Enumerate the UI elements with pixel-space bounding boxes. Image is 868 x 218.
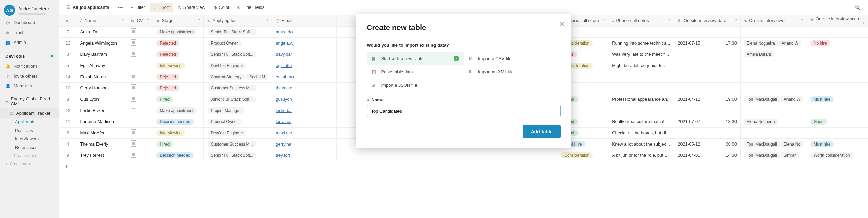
search-button[interactable]: 🔍 [851, 3, 864, 12]
header-onsite-interviewer[interactable]: ⟲On-site interviewer▾ [740, 15, 807, 26]
color-button[interactable]: ◑Color [210, 3, 233, 12]
header-cv[interactable]: 🗎CV▾ [127, 15, 153, 26]
onsite-score-badge: Must hire [810, 96, 834, 102]
nav-trash-label: Trash [14, 30, 25, 35]
create-new-link[interactable]: +Create new [0, 160, 59, 168]
cv-file-icon[interactable] [131, 84, 136, 90]
cv-file-icon[interactable] [131, 96, 136, 102]
option-start-new[interactable]: ▦ Start with a new table ✓ [367, 52, 464, 65]
create-table-link[interactable]: +Create table [0, 152, 59, 160]
share-label: Share view [183, 5, 205, 10]
plus-icon: + [10, 154, 12, 158]
tracker-item[interactable]: ▤Applicant Tracker [0, 108, 59, 118]
table-name-input[interactable] [367, 105, 561, 117]
option-import-csv[interactable]: 🗎 Import a CSV file [464, 52, 561, 65]
header-applying[interactable]: ⟲Applying for▾ [204, 15, 272, 26]
stage-badge: Hired [156, 141, 173, 147]
clipboard-icon: 📋 [371, 69, 377, 74]
share-view-button[interactable]: ⇱Share view [175, 3, 209, 12]
email-link[interactable]: amira.da [276, 29, 293, 34]
cv-file-icon[interactable] [131, 140, 136, 147]
nav-invite[interactable]: ⇪Invite others [0, 71, 59, 81]
cv-file-icon[interactable] [131, 51, 136, 57]
create-table-label: Create table [14, 153, 36, 158]
cv-file-icon[interactable] [131, 107, 136, 113]
nav-notifications[interactable]: 🔔Notifications [0, 61, 59, 71]
add-row-button[interactable]: + [59, 161, 868, 171]
add-table-button[interactable]: Add table [523, 125, 561, 138]
cv-file-icon[interactable] [131, 129, 136, 135]
chevron-down-icon: ▾ [801, 18, 803, 21]
header-email[interactable]: @Email [272, 15, 337, 26]
stage-badge: Rejected [156, 51, 179, 57]
section-devtools[interactable]: DevTools [0, 51, 59, 61]
table-link-positions[interactable]: Positions [0, 126, 59, 135]
email-link[interactable]: lorraine. [276, 119, 291, 124]
email-link[interactable]: trey.forr [276, 153, 290, 158]
header-rownum[interactable]: ⩧ [59, 15, 76, 26]
option-paste-label: Paste table data [381, 69, 413, 74]
close-button[interactable]: ✕ [560, 20, 565, 28]
cv-file-icon[interactable] [131, 152, 136, 158]
table-link-interviewers[interactable]: Interviewers [0, 135, 59, 143]
nav-admin[interactable]: 👥Admin [0, 37, 59, 47]
email-link[interactable]: davy.bar [276, 52, 292, 57]
cv-file-icon[interactable] [131, 118, 136, 124]
cv-file-icon[interactable] [131, 73, 136, 79]
email-link[interactable]: erikah.no [276, 74, 294, 79]
email-link[interactable]: gus.lyon [276, 97, 292, 102]
user-menu[interactable]: AG Andre Grueter [0, 3, 59, 18]
modal-title: Create new table [367, 23, 561, 32]
interviewer-chip: Elena Nogueira [744, 40, 778, 46]
file-icon: 🗎 [371, 83, 377, 88]
email-link[interactable]: gerry.ha [276, 141, 291, 147]
workspace-item[interactable]: ≡Energy Global Feed-CMI [0, 94, 59, 108]
view-options-button[interactable]: ••• [114, 3, 127, 12]
main: ☰All job applicants ••• ▾Filter ↕1 Sort … [59, 0, 868, 218]
nav-dashboard[interactable]: ◔Dashboard [0, 18, 59, 28]
sort-button[interactable]: ↕1 Sort [150, 3, 173, 12]
email-link[interactable]: angela.w [276, 40, 293, 46]
nav-members[interactable]: 👤Members [0, 81, 59, 91]
applying-badge: Customer Success M... [207, 141, 256, 147]
applying-badge: Product Owner [207, 119, 241, 125]
view-selector[interactable]: ☰All job applicants [64, 3, 113, 12]
stage-badge: Make appointment [156, 29, 197, 35]
calendar-icon: 🗓 [678, 19, 681, 23]
header-phone-notes[interactable]: ≡Phone call notes▾ [608, 15, 674, 26]
header-stage[interactable]: ◉Stage▾ [153, 15, 204, 26]
chevron-down-icon: ▾ [863, 21, 864, 25]
option-import-xml[interactable]: 🗎 Import an XML file [464, 65, 561, 79]
header-onsite-score[interactable]: ◉On-site interview score▾ [807, 15, 868, 26]
cv-file-icon[interactable] [131, 28, 136, 34]
option-import-json[interactable]: 🗎 Import a JSON file [367, 79, 464, 92]
hide-fields-button[interactable]: ⦸Hide Fields [234, 3, 268, 12]
name-field-label: AName [367, 97, 561, 102]
table-row[interactable]: 9Trey ForrestDecision neededSenior Full … [59, 150, 868, 161]
eye-off-icon: ⦸ [237, 5, 240, 10]
toolbar: ☰All job applicants ••• ▾Filter ↕1 Sort … [59, 0, 868, 15]
filter-button[interactable]: ▾Filter [128, 3, 148, 12]
stage-badge: Decision needed [156, 152, 193, 158]
select-icon: ◉ [810, 17, 814, 21]
sidebar: AG Andre Grueter ◔Dashboard 🗑Trash 👥Admi… [0, 0, 59, 218]
applying-badge: Customer Success M... [207, 85, 256, 91]
nav-trash[interactable]: 🗑Trash [0, 28, 59, 37]
email-link[interactable]: maxi.mc [276, 130, 292, 135]
email-link[interactable]: egill.atta [276, 63, 292, 68]
table-link-references[interactable]: References [0, 143, 59, 152]
email-link[interactable]: leslie.ba [276, 108, 292, 113]
applying-badge: Senior Full Stack Soft... [207, 152, 256, 158]
file-icon: 🗎 [468, 56, 474, 61]
cv-file-icon[interactable] [131, 62, 136, 68]
option-paste-data[interactable]: 📋 Paste table data [367, 65, 464, 79]
header-name[interactable]: AName▾ [76, 15, 127, 26]
cv-file-icon[interactable] [131, 39, 136, 46]
interviewer-chip: Simran [781, 152, 799, 158]
applying-badge: Project Manager [207, 107, 244, 114]
people-icon: 👤 [5, 84, 10, 88]
header-onsite-date[interactable]: 🗓On-site interview date▾ [674, 15, 740, 26]
email-link[interactable]: thelma.e [276, 85, 293, 90]
table-link-applicants[interactable]: Applicants [0, 118, 59, 126]
filter-label: Filter [135, 5, 145, 10]
